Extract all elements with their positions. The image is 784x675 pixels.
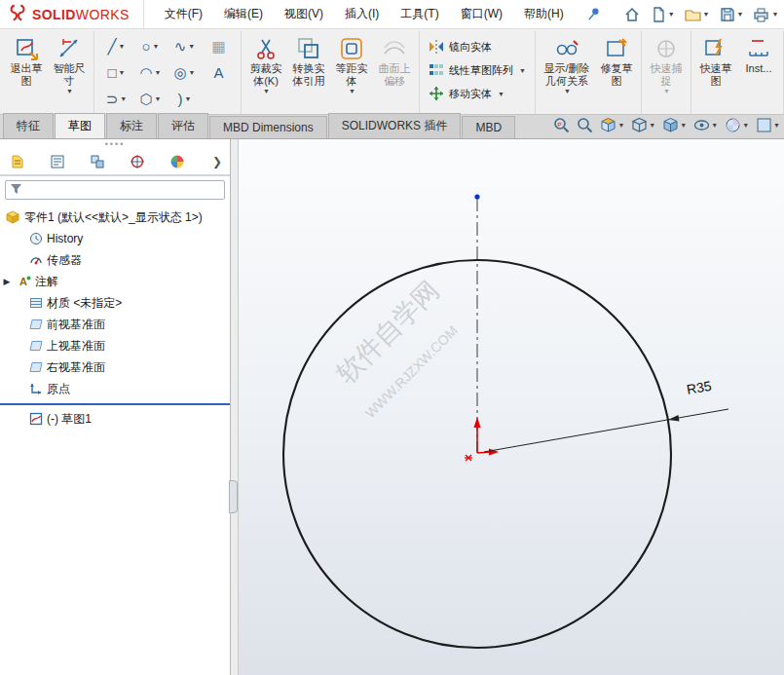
menu-tools[interactable]: 工具(T): [390, 0, 449, 28]
home-button[interactable]: [620, 4, 644, 25]
ellipse-tool-button[interactable]: ◎▼: [168, 59, 202, 86]
tree-item-label: (-) 草图1: [47, 411, 92, 428]
mirror-entities-icon: [429, 39, 444, 55]
tree-item-right-plane[interactable]: 右视基准面: [0, 356, 230, 378]
panel-flyout-chevron-icon[interactable]: ❯: [212, 155, 222, 169]
polygon-tool-icon: ⬡: [139, 91, 152, 108]
tab-mbd-dimensions[interactable]: MBD Dimensions: [209, 116, 327, 138]
feature-tree: 零件1 (默认<<默认>_显示状态 1>) History 传感器 ▶ A 注解…: [0, 204, 230, 430]
zoom-area-button[interactable]: [577, 117, 593, 133]
new-document-caret-icon: ▼: [668, 11, 675, 18]
tab-propertymanager[interactable]: [48, 152, 67, 171]
hide-show-items-button[interactable]: ▼: [693, 117, 718, 133]
tree-item-sensors[interactable]: 传感器: [0, 249, 230, 271]
fillet-tool-button[interactable]: )▼: [168, 86, 202, 112]
repair-sketch-button[interactable]: 修复草图: [595, 32, 638, 89]
circle-tool-button[interactable]: ○▼: [133, 33, 168, 59]
edit-appearance-button[interactable]: ▼: [725, 117, 749, 133]
linear-pattern-caret-icon: ▼: [519, 67, 526, 74]
pin-menu-icon[interactable]: [586, 7, 601, 21]
menu-insert[interactable]: 插入(I): [334, 0, 390, 28]
tree-item-front-plane[interactable]: 前视基准面: [0, 314, 230, 335]
tree-item-label: 传感器: [47, 252, 82, 269]
exit-sketch-button[interactable]: 退出草图: [5, 32, 48, 89]
new-document-button[interactable]: ▼: [647, 4, 678, 25]
tab-featuremanager-tree[interactable]: [8, 152, 27, 171]
panel-resize-grip[interactable]: ••••: [0, 139, 230, 149]
svg-text:A: A: [19, 276, 27, 287]
instant2d-button[interactable]: Inst...: [737, 32, 780, 76]
tree-item-material[interactable]: 材质 <未指定>: [0, 292, 230, 314]
tree-item-sketch1[interactable]: (-) 草图1: [0, 408, 230, 430]
panel-splitter[interactable]: [231, 139, 239, 675]
menu-edit[interactable]: 编辑(E): [213, 0, 274, 28]
rectangle-tool-button[interactable]: □▼: [99, 59, 133, 86]
tab-evaluate[interactable]: 评估: [158, 113, 208, 138]
save-button[interactable]: ▼: [716, 4, 747, 25]
linear-pattern-button[interactable]: 线性草图阵列 ▼: [423, 58, 532, 82]
tree-item-history[interactable]: History: [0, 228, 230, 249]
menu-window[interactable]: 窗口(W): [450, 0, 513, 28]
panel-splitter-handle[interactable]: [229, 480, 238, 513]
tab-sketch[interactable]: 草图: [55, 113, 105, 138]
tab-configurationmanager[interactable]: [88, 152, 107, 171]
mirror-entities-button[interactable]: 镜向实体: [423, 35, 532, 58]
print-button[interactable]: ▼: [749, 4, 781, 25]
polygon-tool-button[interactable]: ⬡▼: [133, 86, 168, 112]
radius-dimension[interactable]: R35: [484, 378, 728, 452]
tab-displaymanager[interactable]: [168, 152, 187, 171]
graphics-viewport[interactable]: 软件自学网 WWW.RJZXW.COM: [239, 139, 784, 675]
ribbon-group-modify: 剪裁实体(K) ▼ 转换实体引用 等距实体 ▼ 曲面上偏移: [242, 31, 420, 114]
repair-sketch-icon: [604, 35, 629, 62]
tree-item-label: 材质 <未指定>: [47, 295, 122, 312]
main-area: •••• ❯ 零件1 (默认<<默认>_显示状态 1>) History: [0, 139, 784, 675]
sketch-icon: [29, 412, 43, 426]
rapid-sketch-button[interactable]: 快速草图: [694, 32, 737, 89]
menu-view[interactable]: 视图(V): [274, 0, 334, 28]
tab-mbd[interactable]: MBD: [462, 116, 515, 138]
convert-entities-button[interactable]: 转换实体引用: [287, 32, 330, 89]
sketch-circle[interactable]: [283, 260, 671, 648]
tree-item-top-plane[interactable]: 上视基准面: [0, 335, 230, 356]
tab-dimxpertmanager[interactable]: [128, 152, 147, 171]
view-orientation-button[interactable]: ▼: [631, 117, 655, 133]
tree-filter-input[interactable]: [26, 184, 220, 196]
origin-marker[interactable]: [465, 417, 499, 461]
dimension-arrow-icon: [668, 415, 680, 422]
tree-item-origin[interactable]: 原点: [0, 378, 230, 399]
text-tool-button[interactable]: A: [202, 59, 236, 86]
ds-swirl-icon: [8, 3, 27, 25]
move-entities-button[interactable]: 移动实体 ▼: [423, 82, 532, 105]
move-entities-label: 移动实体: [449, 87, 492, 101]
display-style-button[interactable]: ▼: [662, 117, 687, 133]
view-settings-button[interactable]: ▼: [756, 117, 780, 133]
convert-entities-label: 转换实体引用: [289, 62, 328, 88]
plane-icon: [29, 340, 43, 352]
offset-entities-button[interactable]: 等距实体 ▼: [330, 32, 373, 95]
exit-sketch-label: 退出草图: [7, 62, 46, 88]
line-tool-button[interactable]: ╱▼: [99, 33, 133, 59]
open-button[interactable]: ▼: [681, 4, 713, 25]
annotations-expander-icon[interactable]: ▶: [0, 277, 14, 286]
menu-help[interactable]: 帮助(H): [513, 0, 575, 28]
centerline-endpoint[interactable]: [474, 194, 479, 199]
display-relations-button[interactable]: 显示/删除几何关系 ▼: [539, 32, 595, 95]
tab-features[interactable]: 特征: [3, 113, 54, 138]
spline-tool-button[interactable]: ∿▼: [168, 33, 202, 59]
trim-entities-button[interactable]: 剪裁实体(K) ▼: [244, 32, 287, 95]
tab-annotation[interactable]: 标注: [106, 113, 157, 138]
menu-file[interactable]: 文件(F): [154, 0, 213, 28]
trim-entities-icon: [253, 35, 279, 62]
rollback-bar[interactable]: [0, 403, 230, 405]
section-view-button[interactable]: ▼: [600, 117, 624, 133]
smart-dimension-button[interactable]: 智能尺寸 ▼: [48, 32, 91, 95]
tree-item-annotations[interactable]: ▶ A 注解: [0, 271, 230, 292]
slot-tool-button[interactable]: ⊃▼: [99, 86, 133, 112]
tab-solidworks-addins[interactable]: SOLIDWORKS 插件: [328, 113, 462, 138]
tree-item-part-root[interactable]: 零件1 (默认<<默认>_显示状态 1>): [0, 206, 230, 228]
zoom-fit-button[interactable]: P: [553, 117, 570, 133]
sketch-canvas[interactable]: 软件自学网 WWW.RJZXW.COM: [239, 139, 784, 675]
arc-tool-caret-icon: ▼: [155, 69, 162, 76]
arc-tool-button[interactable]: ◠▼: [133, 59, 168, 86]
tree-item-label: History: [47, 232, 83, 245]
